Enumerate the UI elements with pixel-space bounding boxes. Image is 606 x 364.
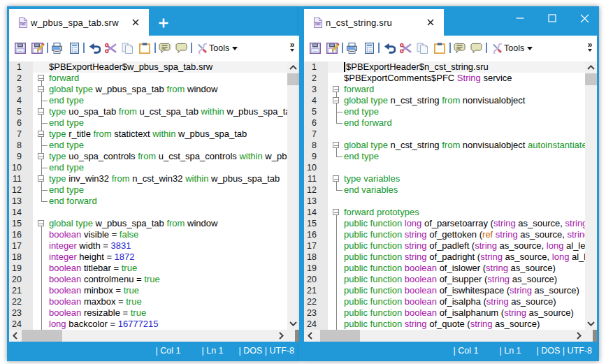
svg-text:TXT: TXT: [20, 22, 26, 26]
svg-text:TXT: TXT: [315, 22, 321, 26]
